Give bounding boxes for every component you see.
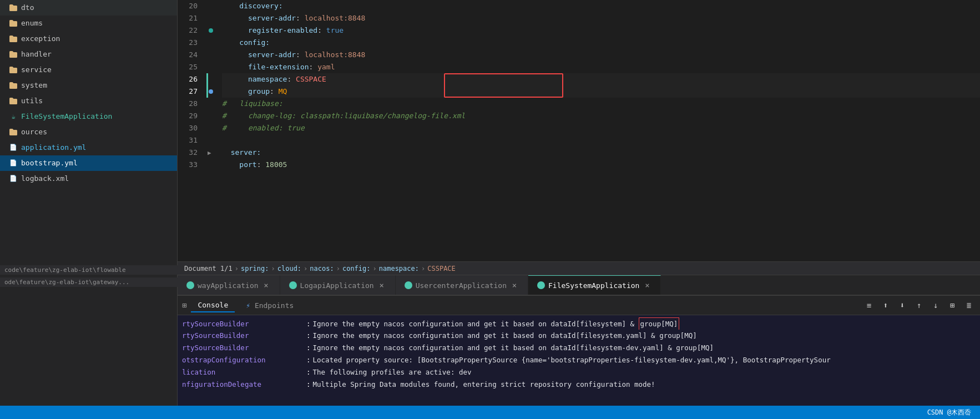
terminal-area: ⊞ Console ⚡ Endpoints ≡ ⬆ ⬇ ↑ ↓ ⊞ ≣ bbox=[178, 295, 980, 406]
xml-icon: 📄 bbox=[9, 174, 18, 183]
log-msg-2: Ignore the empty nacos configuration and… bbox=[313, 330, 697, 342]
code-line-20: discovery: bbox=[222, 0, 980, 12]
sidebar-item-handler[interactable]: handler bbox=[0, 47, 177, 62]
folder-icon bbox=[9, 19, 18, 28]
terminal-toolbar: ≡ ⬆ ⬇ ↑ ↓ ⊞ ≣ bbox=[862, 299, 976, 312]
folder-icon bbox=[9, 50, 18, 59]
folder-icon bbox=[9, 34, 18, 43]
log-class-2: rtySourceBuilder bbox=[182, 330, 304, 342]
tab-usercenter-label: UsercenterApplication bbox=[416, 281, 507, 290]
sidebar-item-sources-label: ources bbox=[21, 126, 47, 138]
toolbar-btn-down[interactable]: ⬇ bbox=[896, 299, 909, 312]
sidebar-item-utils[interactable]: utils bbox=[0, 93, 177, 109]
toolbar-btn-grid[interactable]: ⊞ bbox=[946, 299, 959, 312]
log-line-1: rtySourceBuilder : Ignore the empty naco… bbox=[182, 317, 976, 330]
folder-icon bbox=[9, 97, 18, 105]
log-msg-1: Ignore the empty nacos configuration and… bbox=[313, 318, 639, 330]
toolbar-btn-next[interactable]: ↓ bbox=[929, 299, 942, 312]
line-num-33: 33 bbox=[178, 159, 198, 171]
sidebar-item-system[interactable]: system bbox=[0, 78, 177, 93]
gutter-marker-22 bbox=[209, 24, 215, 37]
sidebar-item-application-yml[interactable]: 📄 application.yml bbox=[0, 140, 177, 155]
code-lines[interactable]: discovery: server-addr: localhost:8848 r… bbox=[220, 0, 980, 261]
breadcrumb-namespace[interactable]: namespace: bbox=[379, 265, 419, 272]
tab-filesystem-close[interactable]: × bbox=[643, 281, 651, 290]
tab-logapi-label: LogapiApplication bbox=[300, 281, 374, 290]
sidebar-item-logback-xml-label: logback.xml bbox=[21, 173, 69, 185]
sidebar-item-dto[interactable]: dto bbox=[0, 0, 177, 16]
code-line-26: namespace: CSSPACE bbox=[222, 73, 980, 85]
terminal-tab-endpoints[interactable]: ⚡ Endpoints bbox=[239, 299, 300, 312]
endpoints-icon: ⚡ bbox=[246, 301, 250, 310]
tab-gateway-label: wayApplication bbox=[198, 281, 259, 290]
sidebar-item-service[interactable]: service bbox=[0, 62, 177, 78]
breadcrumb-config[interactable]: config: bbox=[342, 265, 371, 272]
sidebar-item-filesystemapp-label: FileSystemApplication bbox=[21, 110, 112, 123]
code-line-23: config: bbox=[222, 37, 980, 49]
tab-gateway[interactable]: wayApplication × bbox=[178, 275, 280, 295]
sidebar-item-filesystemapp[interactable]: ☕ FileSystemApplication bbox=[0, 109, 177, 124]
tab-logapi-close[interactable]: × bbox=[377, 281, 386, 290]
sidebar-item-bootstrap-yml[interactable]: 📄 bootstrap.yml bbox=[0, 155, 177, 171]
sidebar-item-logback-xml[interactable]: 📄 logback.xml bbox=[0, 171, 177, 186]
terminal-tabs: ⊞ Console ⚡ Endpoints ≡ ⬆ ⬇ ↑ ↓ ⊞ ≣ bbox=[178, 296, 980, 315]
tab-usercenter-close[interactable]: × bbox=[510, 281, 519, 290]
toolbar-btn-list[interactable]: ≣ bbox=[962, 299, 976, 312]
sidebar-item-enums[interactable]: enums bbox=[0, 16, 177, 31]
code-line-21: server-addr: localhost:8848 bbox=[222, 12, 980, 24]
code-line-32: server: bbox=[222, 147, 980, 159]
path-item-1[interactable]: code\feature\zg-elab-iot\flowable bbox=[0, 265, 178, 275]
terminal-icon[interactable]: ⊞ bbox=[182, 301, 186, 310]
path-label-2: ode\feature\zg-elab-iot\gateway... bbox=[4, 279, 129, 286]
line-num-31: 31 bbox=[178, 134, 198, 147]
log-class-1: rtySourceBuilder bbox=[182, 318, 304, 330]
tab-usercenter[interactable]: UsercenterApplication × bbox=[396, 275, 528, 295]
breadcrumb-csspace[interactable]: CSSPACE bbox=[427, 265, 456, 272]
tab-filesystem-icon bbox=[537, 281, 545, 289]
editor-area: 20 21 22 23 24 25 26 27 28 29 30 31 32 3… bbox=[178, 0, 980, 406]
tab-logapi[interactable]: LogapiApplication × bbox=[280, 275, 396, 295]
code-line-22: register-enabled: true bbox=[222, 24, 980, 37]
breadcrumb-spring[interactable]: spring: bbox=[241, 265, 269, 272]
log-line-4: otstrapConfiguration : Located property … bbox=[182, 354, 976, 366]
log-class-5: lication bbox=[182, 366, 304, 378]
line-num-22: 22 bbox=[178, 24, 198, 37]
breadcrumb-bar: Document 1/1 › spring: › cloud: › nacos:… bbox=[178, 261, 980, 275]
path-label-1: code\feature\zg-elab-iot\flowable bbox=[4, 266, 126, 274]
sidebar-item-application-yml-label: application.yml bbox=[21, 142, 86, 154]
terminal-tab-console[interactable]: Console bbox=[191, 299, 235, 312]
log-line-3: rtySourceBuilder : Ignore the empty naco… bbox=[182, 342, 976, 354]
tab-usercenter-icon bbox=[405, 281, 412, 289]
folder-icon bbox=[9, 128, 18, 137]
line-num-20: 20 bbox=[178, 0, 198, 12]
sidebar-item-sources[interactable]: ources bbox=[0, 124, 177, 140]
code-line-28: # liquibase: bbox=[222, 98, 980, 110]
sidebar-item-exception-label: exception bbox=[21, 33, 60, 45]
log-line-6: nfigurationDelegate : Multiple Spring Da… bbox=[182, 378, 976, 391]
tab-gateway-close[interactable]: × bbox=[262, 281, 271, 290]
gutter-fold-32[interactable]: ▶ bbox=[208, 147, 216, 159]
breadcrumb-nacos[interactable]: nacos: bbox=[310, 265, 334, 272]
toolbar-btn-1[interactable]: ≡ bbox=[862, 299, 876, 312]
line-num-27: 27 bbox=[178, 85, 198, 98]
sidebar-item-exception[interactable]: exception bbox=[0, 31, 177, 47]
sidebar-item-service-label: service bbox=[21, 64, 52, 76]
line-num-30: 30 bbox=[178, 122, 198, 134]
line-num-25: 25 bbox=[178, 61, 198, 73]
code-line-30: # enabled: true bbox=[222, 122, 980, 134]
log-class-6: nfigurationDelegate bbox=[182, 378, 304, 391]
path-item-2[interactable]: ode\feature\zg-elab-iot\gateway... bbox=[0, 277, 178, 287]
java-icon: ☕ bbox=[9, 112, 18, 121]
line-num-21: 21 bbox=[178, 12, 198, 24]
status-text: CSDN @木西岙 bbox=[927, 408, 971, 417]
terminal-tab-endpoints-label: Endpoints bbox=[255, 301, 294, 310]
line-num-29: 29 bbox=[178, 110, 198, 122]
log-class-3: rtySourceBuilder bbox=[182, 342, 304, 354]
toolbar-btn-upload[interactable]: ↑ bbox=[912, 299, 926, 312]
sidebar-item-enums-label: enums bbox=[21, 17, 43, 29]
breadcrumb-cloud[interactable]: cloud: bbox=[277, 265, 301, 272]
sidebar-item-bootstrap-yml-label: bootstrap.yml bbox=[21, 157, 78, 169]
tab-filesystem[interactable]: FileSystemApplication × bbox=[528, 275, 661, 295]
toolbar-btn-up[interactable]: ⬆ bbox=[879, 299, 892, 312]
tab-filesystem-label: FileSystemApplication bbox=[548, 281, 639, 290]
